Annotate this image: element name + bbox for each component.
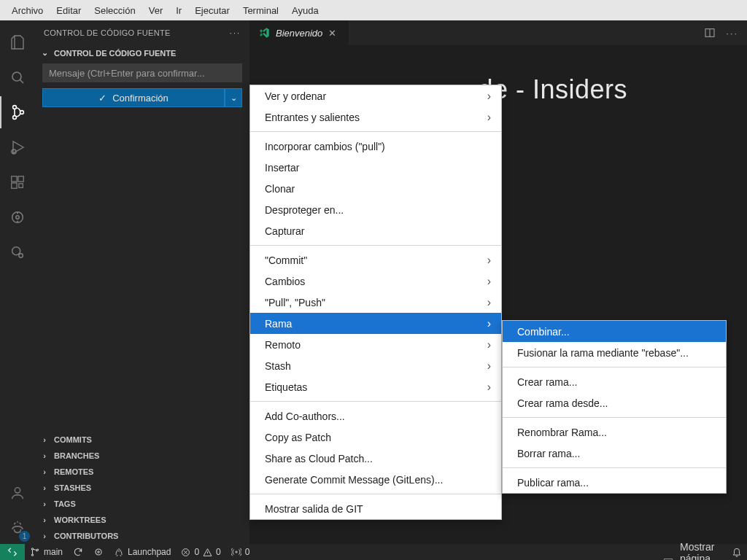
remote-indicator[interactable]	[0, 544, 25, 560]
commit-button[interactable]: ✓ Confirmación	[42, 88, 225, 107]
show-welcome-checkbox[interactable]: ✓ Mostrar página principal al inicio	[664, 541, 747, 560]
menu-item-rename-branch[interactable]: Renombrar Rama...	[503, 421, 726, 443]
accordion-label: COMMITS	[54, 435, 92, 444]
search-icon[interactable]	[0, 61, 35, 93]
menu-item-checkout[interactable]: Desproteger en...	[250, 199, 501, 220]
chevron-right-icon: ›	[39, 516, 50, 524]
menu-item-branch[interactable]: Rama	[250, 313, 501, 334]
chevron-right-icon: ›	[39, 435, 50, 444]
sidebar: CONTROL DE CÓDIGO FUENTE ··· ⌄ CONTROL D…	[35, 20, 249, 544]
chevron-right-icon: ›	[39, 467, 50, 476]
svg-point-10	[16, 216, 19, 219]
menu-item-view-sort[interactable]: Ver y ordenar	[250, 85, 501, 106]
menu-separator	[503, 367, 726, 368]
broadcast-icon	[231, 547, 241, 557]
menu-item-changes[interactable]: Cambios	[250, 271, 501, 292]
accordion-tags[interactable]: ›TAGS	[35, 496, 249, 512]
status-bar: main Launchpad 0 0 0	[0, 544, 747, 560]
menu-item-push[interactable]: Insertar	[250, 157, 501, 178]
menu-item-commit[interactable]: "Commit"	[250, 249, 501, 271]
accordion-stashes[interactable]: ›STASHES	[35, 480, 249, 496]
scm-section-header[interactable]: ⌄ CONTROL DE CÓDIGO FUENTE	[35, 45, 249, 63]
split-editor-icon[interactable]	[704, 27, 716, 39]
status-ports-count: 0	[245, 547, 250, 557]
menu-terminal[interactable]: Terminal	[237, 3, 285, 18]
settings-container-icon[interactable]: 1	[0, 512, 35, 544]
run-debug-icon[interactable]	[0, 131, 35, 163]
activity-bar: 1	[0, 20, 35, 544]
menu-item-show-git-output[interactable]: Mostrar salida de GIT	[250, 498, 501, 519]
menu-item-stash[interactable]: Stash	[250, 355, 501, 376]
status-launchpad-label: Launchpad	[128, 547, 171, 557]
sidebar-title: CONTROL DE CÓDIGO FUENTE	[44, 28, 171, 37]
status-sync[interactable]	[68, 544, 88, 560]
menu-item-add-coauthors[interactable]: Add Co-authors...	[250, 405, 501, 427]
commit-message-input[interactable]: Mensaje (Ctrl+Enter para confirmar...	[42, 63, 242, 82]
tab-bienvenido[interactable]: Bienvenido ✕	[249, 20, 349, 45]
accordion-worktrees[interactable]: ›WORKTREES	[35, 512, 249, 528]
accordion-label: BRANCHES	[54, 451, 99, 460]
svg-point-13	[15, 488, 20, 493]
explorer-icon[interactable]	[0, 26, 35, 58]
menu-item-merge[interactable]: Combinar...	[503, 321, 726, 342]
accordion-branches[interactable]: ›BRANCHES	[35, 448, 249, 464]
svg-point-20	[98, 551, 99, 553]
accordion-remotes[interactable]: ›REMOTES	[35, 464, 249, 480]
accordion-contributors[interactable]: ›CONTRIBUTORS	[35, 528, 249, 544]
chevron-right-icon: ›	[39, 532, 50, 540]
gitlens-icon[interactable]	[0, 201, 35, 233]
source-control-icon[interactable]	[0, 96, 35, 128]
menu-archivo[interactable]: Archivo	[6, 3, 49, 18]
svg-point-22	[236, 551, 237, 553]
scm-more-actions-menu[interactable]: Ver y ordenar Entrantes y salientes Inco…	[249, 85, 502, 520]
vscode-insiders-icon	[258, 27, 270, 39]
gitlens-inspect-icon[interactable]	[0, 236, 35, 268]
status-launchpad[interactable]: Launchpad	[109, 544, 176, 560]
menu-item-clone[interactable]: Clonar	[250, 178, 501, 199]
scm-section-label: CONTROL DE CÓDIGO FUENTE	[54, 49, 176, 58]
editor-overflow-icon[interactable]: ···	[726, 28, 738, 39]
menu-item-fetch[interactable]: Capturar	[250, 220, 501, 241]
menu-editar[interactable]: Editar	[50, 3, 87, 18]
account-icon[interactable]	[0, 477, 35, 509]
close-icon[interactable]: ✕	[328, 28, 340, 39]
accordion-label: STASHES	[54, 483, 91, 492]
menu-separator	[250, 494, 501, 494]
branch-submenu[interactable]: Combinar... Fusionar la rama mediante "r…	[502, 320, 727, 494]
menu-item-create-branch-from[interactable]: Crear rama desde...	[503, 392, 726, 413]
warning-icon	[203, 548, 212, 557]
svg-point-16	[31, 548, 33, 550]
menu-ayuda[interactable]: Ayuda	[286, 3, 325, 18]
menu-item-pull[interactable]: Incorporar cambios ("pull")	[250, 136, 501, 157]
menu-item-publish-branch[interactable]: Publicar rama...	[503, 472, 726, 493]
status-branch[interactable]: main	[25, 544, 68, 560]
status-problems[interactable]: 0 0	[176, 544, 225, 560]
menu-item-incoming-outgoing[interactable]: Entrantes y salientes	[250, 106, 501, 128]
menu-ejecutar[interactable]: Ejecutar	[189, 3, 236, 18]
commit-button-label: Confirmación	[112, 93, 169, 104]
menu-ir[interactable]: Ir	[170, 3, 187, 18]
extensions-icon[interactable]	[0, 166, 35, 198]
commit-dropdown[interactable]: ⌄	[225, 88, 242, 107]
menu-item-create-branch[interactable]: Crear rama...	[503, 371, 726, 392]
git-branch-icon	[30, 547, 40, 557]
status-gitlens[interactable]	[88, 544, 109, 560]
menu-ver[interactable]: Ver	[143, 3, 169, 18]
show-welcome-label: Mostrar página principal al inicio	[680, 541, 747, 560]
accordion-commits[interactable]: ›COMMITS	[35, 432, 249, 448]
menu-item-tags[interactable]: Etiquetas	[250, 376, 501, 397]
menu-item-remote[interactable]: Remoto	[250, 334, 501, 355]
menu-item-copy-patch[interactable]: Copy as Patch	[250, 427, 501, 448]
menu-item-rebase[interactable]: Fusionar la rama mediante "rebase"...	[503, 342, 726, 363]
rocket-icon	[114, 547, 124, 557]
menu-item-delete-branch[interactable]: Borrar rama...	[503, 443, 726, 464]
menu-item-share-cloud-patch[interactable]: Share as Cloud Patch...	[250, 448, 501, 469]
status-ports[interactable]: 0	[226, 544, 255, 560]
menu-separator	[250, 245, 501, 246]
sidebar-overflow-icon[interactable]: ···	[230, 28, 241, 37]
menu-item-generate-commit-msg[interactable]: Generate Commit Message (GitLens)...	[250, 469, 501, 490]
menu-seleccion[interactable]: Selección	[88, 3, 141, 18]
accordion-label: CONTRIBUTORS	[54, 532, 118, 540]
menu-item-pull-push[interactable]: "Pull", "Push"	[250, 292, 501, 313]
menubar[interactable]: Archivo Editar Selección Ver Ir Ejecutar…	[0, 0, 747, 20]
